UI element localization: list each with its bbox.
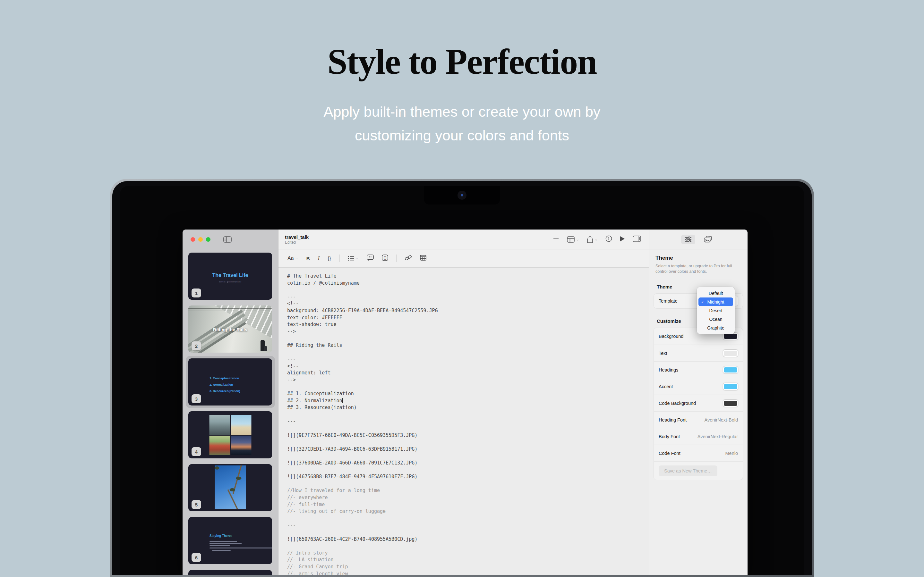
font-row-code-font[interactable]: Code FontMenlo [654, 445, 743, 461]
editor-line[interactable] [287, 515, 649, 522]
editor-line[interactable]: # The Travel Life [287, 273, 649, 280]
editor-line[interactable]: //- everywhere [287, 494, 649, 501]
editor-line[interactable]: --- [287, 293, 649, 301]
editor-line[interactable] [287, 287, 649, 293]
code-block-icon[interactable]: {} [382, 255, 388, 262]
editor-line[interactable]: ## 2. Normalization [287, 398, 649, 405]
editor-line[interactable]: ![](327CDED1-7A3D-4694-B0C6-63DFB9158171… [287, 446, 649, 453]
title-bar: travel_talk Edited ⌄ ⌄ [278, 229, 649, 250]
editor-line[interactable]: alignment: left [287, 370, 649, 377]
editor-line[interactable]: ![](659763AC-260E-4C2F-B740-408955A5B0CD… [287, 536, 649, 543]
editor-line[interactable] [287, 335, 649, 342]
text-style-button[interactable]: Aa ⌄ [288, 255, 298, 261]
editor-line[interactable]: //How I traveled for a long time [287, 487, 649, 494]
editor-line[interactable]: <!-- [287, 300, 649, 308]
editor-line[interactable]: ![](467568B8-B7F7-484E-9479-4F5A97610E7F… [287, 474, 649, 480]
editor-line[interactable]: // Intro story [287, 550, 649, 557]
editor-line[interactable] [287, 349, 649, 356]
slide-thumbnail-4[interactable]: 4 [188, 411, 272, 458]
color-swatch[interactable] [723, 400, 738, 407]
menu-item-default[interactable]: Default [697, 289, 735, 298]
save-theme-button[interactable]: Save as New Theme… [659, 466, 717, 476]
menu-item-ocean[interactable]: Ocean [697, 315, 735, 324]
editor-line[interactable] [287, 480, 649, 488]
menu-item-midnight[interactable]: ✓Midnight [698, 298, 733, 306]
editor-line[interactable] [287, 543, 649, 550]
slides-sidebar: The Travel Life colin.io / @colinismynam… [183, 229, 278, 575]
editor-line[interactable] [287, 439, 649, 446]
editor-line[interactable] [287, 529, 649, 536]
editor-line[interactable]: //- living out of carry-on luggage [287, 508, 649, 515]
sidebar-toggle-icon[interactable] [223, 236, 232, 243]
editor-content[interactable]: # The Travel Lifecolin.io / @colinismyna… [278, 268, 649, 575]
row-label: Code Font [659, 451, 680, 456]
color-swatch[interactable] [723, 383, 738, 390]
layout-button[interactable]: ⌄ [567, 236, 579, 243]
font-row-heading-font[interactable]: Heading FontAvenirNext-Bold [654, 411, 743, 428]
minimize-icon[interactable] [198, 237, 203, 242]
editor-line[interactable] [287, 453, 649, 460]
photo-grid [209, 415, 251, 455]
color-swatch[interactable] [723, 366, 738, 374]
editor-line[interactable]: //- full-time [287, 501, 649, 508]
editor-line[interactable]: <!-- [287, 363, 649, 370]
row-value: AvenirNext-Regular [698, 434, 738, 439]
panel-right-icon[interactable] [633, 235, 641, 243]
menu-item-desert[interactable]: Desert [697, 306, 735, 315]
editor-line[interactable]: ## 1. Conceptualization [287, 390, 649, 398]
editor-line[interactable]: --> [287, 328, 649, 335]
panel-description: Select a template, or upgrade to Pro for… [656, 263, 741, 274]
font-row-body-font[interactable]: Body FontAvenirNext-Regular [654, 428, 743, 445]
slide-thumbnail-6[interactable]: Staying There: 6 [188, 517, 272, 564]
table-icon[interactable] [420, 255, 426, 262]
editor-line[interactable]: ## 3. Resources(ization) [287, 404, 649, 411]
sliders-icon[interactable] [681, 235, 695, 244]
link-icon[interactable] [405, 255, 412, 262]
slide-thumbnail-5[interactable]: 5 [188, 464, 272, 511]
window-controls [183, 229, 278, 250]
slide-thumbnail-1[interactable]: The Travel Life colin.io / @colinismynam… [188, 253, 272, 300]
info-icon[interactable] [606, 235, 612, 243]
zoom-icon[interactable] [206, 237, 210, 242]
row-label: Background [659, 334, 683, 339]
row-label: Headings [659, 367, 678, 372]
bold-button[interactable]: B [306, 256, 310, 261]
editor-line[interactable]: //- LA situation [287, 556, 649, 564]
menu-item-graphite[interactable]: Graphite [697, 324, 735, 332]
editor-line[interactable]: --- [287, 522, 649, 529]
editor-line[interactable]: //- arm's length view [287, 571, 649, 575]
slide1-subtitle: colin.io / @colinismyname [188, 281, 272, 283]
editor-line[interactable]: ## Riding the Rails [287, 342, 649, 349]
editor-line[interactable]: --- [287, 418, 649, 425]
document-title: travel_talk [285, 234, 309, 240]
editor-line[interactable]: ![](9E7F7517-66E0-49DA-8C5E-C0569355D5F3… [287, 432, 649, 439]
page-subtitle: Apply built-in themes or create your own… [0, 100, 924, 147]
photo-harbor [209, 415, 230, 435]
color-swatch[interactable] [723, 350, 738, 357]
slide-thumbnail-3[interactable]: 1. Conceptualization 2. Normalization 3.… [186, 356, 275, 408]
photos-icon[interactable] [700, 234, 716, 245]
italic-button[interactable]: I [318, 255, 320, 261]
list-button[interactable]: ⌄ [348, 256, 359, 261]
slide-thumbnail-7[interactable] [188, 570, 272, 575]
editor-line[interactable]: --- [287, 356, 649, 363]
editor-line[interactable]: --> [287, 377, 649, 384]
editor-line[interactable] [287, 411, 649, 418]
comment-icon[interactable] [367, 255, 374, 262]
share-button[interactable]: ⌄ [587, 235, 598, 243]
editor-line[interactable] [287, 425, 649, 432]
editor-line[interactable] [287, 467, 649, 474]
editor-line[interactable]: background: 4CB82256-F19A-4DAF-BEEA-B494… [287, 308, 649, 314]
slide3-item: 2. Normalization [210, 383, 240, 386]
play-icon[interactable] [620, 236, 625, 243]
braces-button[interactable]: {} [328, 256, 331, 261]
plus-icon[interactable] [553, 235, 559, 243]
editor-line[interactable]: text-shadow: true [287, 321, 649, 328]
editor-line[interactable]: ![](37600DAE-2A0D-466D-A660-7091C7E7C132… [287, 460, 649, 467]
close-icon[interactable] [191, 237, 195, 242]
editor-line[interactable]: text-color: #FFFFFF [287, 314, 649, 322]
editor-line[interactable]: //- Grand Canyon trip [287, 564, 649, 571]
editor-line[interactable] [287, 384, 649, 391]
slide-thumbnail-2[interactable]: Riding the Rails 2 [188, 306, 272, 353]
editor-line[interactable]: colin.io / @colinismyname [287, 280, 649, 287]
